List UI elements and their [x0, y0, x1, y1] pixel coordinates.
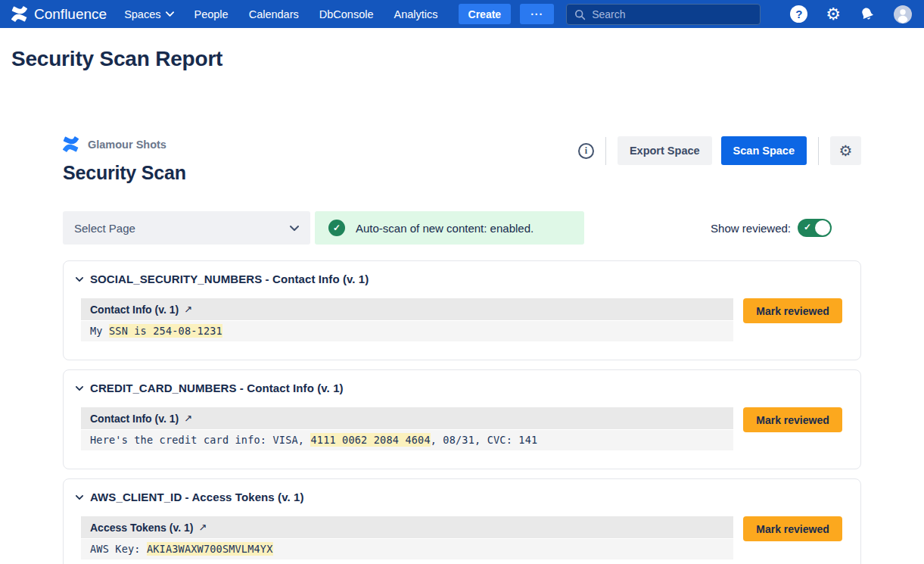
finding-card-header[interactable]: AWS_CLIENT_ID - Access Tokens (v. 1) — [76, 491, 842, 503]
findings-list: SOCIAL_SECURITY_NUMBERS - Contact Info (… — [63, 260, 861, 564]
chevron-down-icon — [290, 226, 299, 231]
show-reviewed-control: Show reviewed: ✓ — [711, 219, 832, 237]
chevron-down-icon — [76, 277, 83, 282]
check-circle-icon: ✓ — [328, 220, 345, 236]
select-page-label: Select Page — [74, 222, 135, 235]
finding-title: AWS_CLIENT_ID - Access Tokens (v. 1) — [90, 491, 304, 503]
confluence-logo-icon — [11, 6, 27, 22]
brand-name: Confluence — [34, 6, 107, 23]
search-icon — [574, 8, 586, 20]
finding-title: SOCIAL_SECURITY_NUMBERS - Contact Info (… — [90, 273, 369, 285]
divider — [818, 137, 819, 165]
finding-card-ssn: SOCIAL_SECURITY_NUMBERS - Contact Info (… — [63, 260, 861, 360]
mark-reviewed-button[interactable]: Mark reviewed — [743, 516, 842, 541]
nav-item-analytics[interactable]: Analytics — [394, 8, 438, 20]
finding-card-credit-card: CREDIT_CARD_NUMBERS - Contact Info (v. 1… — [63, 369, 861, 469]
finding-snippet: Here's the credit card info: VISA, 4111 … — [81, 430, 733, 450]
space-settings-gear-icon[interactable]: ⚙ — [830, 136, 861, 165]
finding-source-link[interactable]: Contact Info (v. 1) ↗ — [81, 298, 733, 320]
settings-gear-icon[interactable]: ⚙ — [826, 6, 841, 23]
mark-reviewed-button[interactable]: Mark reviewed — [743, 407, 842, 432]
sensitive-data-highlight: 4111 0062 2084 4604 — [310, 433, 430, 447]
nav-right-icons: ? ⚙ — [790, 5, 912, 23]
space-actions: i Export Space Scan Space ⚙ — [578, 136, 861, 165]
check-icon: ✓ — [804, 222, 811, 234]
nav-item-dbconsole[interactable]: DbConsole — [319, 8, 374, 20]
show-reviewed-label: Show reviewed: — [711, 222, 791, 235]
nav-item-spaces[interactable]: Spaces — [124, 8, 173, 20]
finding-title: CREDIT_CARD_NUMBERS - Contact Info (v. 1… — [90, 382, 344, 394]
search-input[interactable] — [592, 8, 753, 20]
controls-row: Select Page ✓ Auto-scan of new content: … — [63, 211, 861, 245]
external-link-icon: ↗ — [198, 522, 207, 533]
chevron-down-icon — [76, 386, 83, 391]
more-button[interactable]: ··· — [520, 4, 554, 24]
toggle-knob — [815, 220, 830, 235]
finding-snippet: AWS Key: AKIA3WAXW700SMVLM4YX — [81, 539, 733, 559]
chevron-down-icon — [166, 11, 174, 17]
finding-source-link[interactable]: Access Tokens (v. 1) ↗ — [81, 516, 733, 538]
space-name: Glamour Shots — [88, 139, 166, 151]
notifications-bell-icon[interactable] — [859, 6, 876, 23]
create-button[interactable]: Create — [459, 4, 512, 24]
finding-snippet: My SSN is 254-08-1231 — [81, 321, 733, 341]
finding-card-header[interactable]: SOCIAL_SECURITY_NUMBERS - Contact Info (… — [76, 273, 842, 285]
section-heading: Security Scan — [63, 162, 186, 184]
nav-item-calendars[interactable]: Calendars — [249, 8, 299, 20]
nav-menu: Spaces People Calendars DbConsole Analyt… — [124, 8, 437, 20]
page-title: Security Scan Report — [11, 47, 913, 71]
show-reviewed-toggle[interactable]: ✓ — [798, 219, 832, 237]
chevron-down-icon — [76, 495, 83, 500]
confluence-space-icon — [63, 136, 79, 152]
external-link-icon: ↗ — [184, 304, 192, 315]
user-avatar[interactable] — [894, 5, 912, 23]
select-page-dropdown[interactable]: Select Page — [63, 211, 310, 245]
finding-source-link[interactable]: Contact Info (v. 1) ↗ — [81, 407, 733, 429]
sensitive-data-highlight: SSN is 254-08-1231 — [109, 324, 222, 338]
finding-card-header[interactable]: CREDIT_CARD_NUMBERS - Contact Info (v. 1… — [76, 382, 842, 394]
external-link-icon: ↗ — [184, 413, 192, 424]
export-space-button[interactable]: Export Space — [618, 136, 712, 165]
confluence-brand[interactable]: Confluence — [11, 6, 107, 23]
scan-space-button[interactable]: Scan Space — [721, 136, 807, 165]
nav-item-people[interactable]: People — [194, 8, 229, 20]
space-link[interactable]: Glamour Shots — [63, 136, 186, 152]
finding-card-aws-key: AWS_CLIENT_ID - Access Tokens (v. 1) Acc… — [63, 478, 861, 564]
help-icon[interactable]: ? — [790, 5, 807, 23]
search-box[interactable] — [566, 4, 761, 25]
space-header: Glamour Shots Security Scan i Export Spa… — [63, 136, 861, 184]
top-nav-bar: Confluence Spaces People Calendars DbCon… — [0, 0, 924, 28]
autoscan-status-banner: ✓ Auto-scan of new content: enabled. — [315, 211, 584, 245]
autoscan-status-text: Auto-scan of new content: enabled. — [356, 222, 534, 235]
mark-reviewed-button[interactable]: Mark reviewed — [743, 298, 842, 323]
info-icon[interactable]: i — [578, 143, 594, 159]
sensitive-data-highlight: AKIA3WAXW700SMVLM4YX — [147, 542, 273, 556]
divider — [605, 137, 606, 165]
